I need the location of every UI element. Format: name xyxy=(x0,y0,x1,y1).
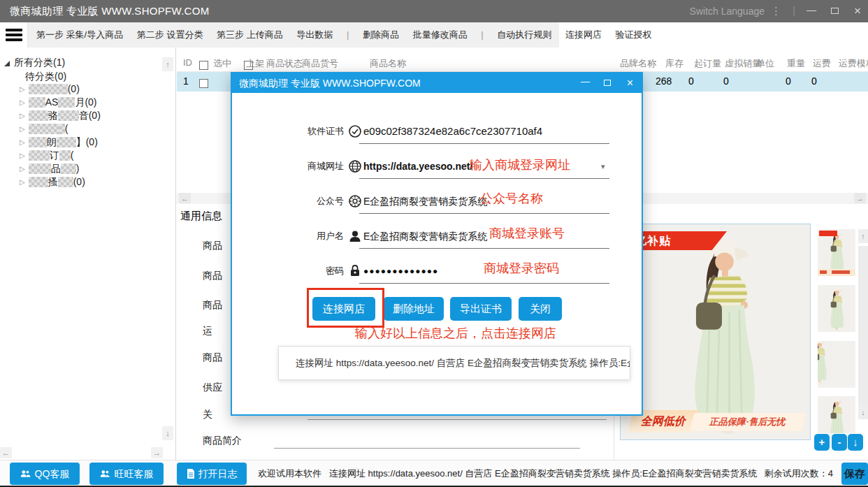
thumb-scroll-up-icon[interactable]: ↑ xyxy=(858,229,868,243)
image-remove-button[interactable]: - xyxy=(832,434,847,451)
tree-item-label: 搔 xyxy=(48,176,58,187)
select-all-checkbox[interactable] xyxy=(199,61,208,70)
header-status[interactable]: 商品状态 xyxy=(266,57,303,70)
input-underline xyxy=(359,178,609,179)
tree-item-masked[interactable]: ▷AS月(0) xyxy=(20,96,97,108)
header-weight[interactable]: 重量 xyxy=(787,57,805,70)
product-thumbnail[interactable] xyxy=(818,229,855,276)
thumb-scroll-down-icon[interactable]: ↓ xyxy=(858,405,868,419)
official-account-field[interactable]: E企盈招商裂变营销卖货系统 xyxy=(363,194,487,209)
collapsed-triangle-icon[interactable]: ▷ xyxy=(20,178,25,186)
url-dropdown-icon[interactable]: ▾ xyxy=(601,162,605,171)
row-checkbox[interactable] xyxy=(199,79,208,88)
collapsed-triangle-icon[interactable]: ▷ xyxy=(20,152,25,159)
menu-export-data[interactable]: 导出数据 xyxy=(296,29,333,40)
collapsed-triangle-icon[interactable]: ▷ xyxy=(20,99,25,106)
tree-item-masked[interactable]: ▷品) xyxy=(20,162,79,175)
header-listed[interactable]: 上架 xyxy=(246,57,264,70)
welcome-text: 欢迎试用本软件 xyxy=(258,460,321,487)
cell-id: 1 xyxy=(183,75,189,87)
header-min-order[interactable]: 起订量 xyxy=(694,57,721,70)
collapsed-triangle-icon[interactable]: ▷ xyxy=(20,112,25,119)
tree-scroll-right-icon[interactable]: → xyxy=(151,447,163,458)
mall-url-field[interactable]: https://data.yeesoo.net/ xyxy=(363,159,472,174)
export-cert-button[interactable]: 导出证书 xyxy=(450,297,512,321)
titlebar-separator: | xyxy=(793,0,795,21)
switch-language-button[interactable]: Switch Language xyxy=(690,0,765,22)
tab-general-info[interactable]: 通用信息 xyxy=(180,210,222,223)
header-sku[interactable]: 商品货号 xyxy=(302,57,338,70)
maximize-button[interactable] xyxy=(831,8,839,14)
cell-virtual-sales: 0 xyxy=(723,75,729,87)
product-thumbnail[interactable] xyxy=(818,285,855,332)
cell-stock: 268 xyxy=(656,75,672,87)
tree-item-masked[interactable]: ▷订( xyxy=(20,149,73,161)
delete-address-button[interactable]: 删除地址 xyxy=(384,297,444,321)
menu-auto-rules[interactable]: 自动执行规则 xyxy=(497,29,551,40)
table-scroll-left-icon[interactable]: ← xyxy=(179,193,191,203)
more-options-icon[interactable]: ⋮ xyxy=(771,0,781,22)
menu-verify-auth[interactable]: 验证授权 xyxy=(616,29,652,40)
header-stock[interactable]: 库存 xyxy=(665,57,683,70)
tree-item-masked[interactable]: ▷(0) xyxy=(20,82,80,95)
open-log-button[interactable]: 打开日志 xyxy=(177,463,247,485)
image-download-button[interactable]: ↓ xyxy=(848,434,863,451)
field-label-fragment: 运 xyxy=(203,325,232,337)
header-unit[interactable]: 单位 xyxy=(756,57,774,70)
header-id[interactable]: ID xyxy=(183,57,192,68)
dialog-minimize-button[interactable]: — xyxy=(581,73,590,90)
username-field[interactable]: E企盈招商裂变营销卖货系统 xyxy=(363,228,487,244)
input-underline xyxy=(274,448,580,449)
tree-item-unsorted[interactable]: 待分类(0) xyxy=(25,70,66,82)
thumbnail-badge xyxy=(819,231,837,236)
tree-item-masked[interactable]: ▷( xyxy=(20,122,68,135)
menu-batch-edit[interactable]: 批量修改商品 xyxy=(413,29,468,40)
collapsed-triangle-icon[interactable]: ▷ xyxy=(20,125,25,133)
dialog-title-bar[interactable]: 微商城助理 专业版 WWW.SHOPFW.COM — × xyxy=(232,73,642,93)
dialog-maximize-button[interactable] xyxy=(604,80,611,86)
menu-connect-shop[interactable]: 连接网店 xyxy=(565,29,602,40)
product-thumbnail[interactable] xyxy=(818,396,855,433)
tree-item-masked[interactable]: ▷朗】(0) xyxy=(20,136,98,148)
tree-item-all-categories[interactable]: 所有分类(1) xyxy=(4,56,65,68)
thumb-scrollbar[interactable] xyxy=(858,246,868,414)
menu-delete-products[interactable]: 删除商品 xyxy=(363,29,399,40)
menu-step1-import[interactable]: 第一步 采集/导入商品 xyxy=(36,29,123,40)
collapsed-triangle-icon[interactable]: ▷ xyxy=(20,165,25,173)
header-shipping-template[interactable]: 运费模板 xyxy=(839,57,868,70)
image-add-button[interactable]: + xyxy=(814,434,830,451)
password-field[interactable]: ●●●●●●●●●●●●● xyxy=(363,263,438,279)
dialog-close-button[interactable]: × xyxy=(627,73,633,92)
menu-step2-categories[interactable]: 第二步 设置分类 xyxy=(137,29,203,40)
highlight-rectangle xyxy=(307,288,384,328)
header-shipping[interactable]: 运费 xyxy=(813,57,831,70)
header-brand[interactable]: 品牌名称 xyxy=(620,57,656,70)
field-label-fragment: 商品 xyxy=(203,240,232,252)
tree-scroll-down-icon[interactable]: ↓ xyxy=(162,426,173,440)
close-button[interactable]: × xyxy=(854,0,861,22)
close-dialog-button[interactable]: 关闭 xyxy=(519,297,562,321)
collapsed-triangle-icon[interactable]: ▷ xyxy=(20,138,25,146)
minimize-button[interactable]: — xyxy=(806,0,816,20)
header-name[interactable]: 商品名称 xyxy=(370,57,406,70)
tree-item-masked[interactable]: ▷骆音(0) xyxy=(20,109,101,122)
save-button[interactable]: 保存 xyxy=(841,463,868,485)
menu-step3-upload[interactable]: 第三步 上传商品 xyxy=(217,29,283,40)
tree-scroll-left-icon[interactable]: ← xyxy=(0,447,12,458)
expanded-triangle-icon[interactable] xyxy=(4,61,10,66)
table-scroll-right-icon[interactable]: → xyxy=(854,193,866,203)
masked-text xyxy=(29,137,47,147)
collapsed-triangle-icon[interactable]: ▷ xyxy=(20,85,25,93)
wangwang-support-button[interactable]: 旺旺客服 xyxy=(89,463,164,485)
menu-icon[interactable] xyxy=(0,22,28,48)
cert-field[interactable]: e09c02f387324e82a6c7ce2307710af4 xyxy=(363,124,542,139)
product-main-image[interactable]: 百亿补贴 全网低价 正品保障·售后无忧 xyxy=(620,224,811,440)
tree-scroll-up-icon[interactable]: ↑ xyxy=(162,57,173,71)
product-thumbnail[interactable] xyxy=(818,341,855,388)
masked-text xyxy=(29,97,45,108)
qq-support-button[interactable]: QQ客服 xyxy=(10,463,80,485)
dialog-hint-text: 输入好以上信息之后，点击连接网店 xyxy=(355,325,556,342)
header-selected[interactable]: 选中 xyxy=(213,57,231,70)
tree-item-masked[interactable]: ▷搔(0) xyxy=(20,175,85,188)
tree-item-label: 待分类(0) xyxy=(25,71,66,82)
